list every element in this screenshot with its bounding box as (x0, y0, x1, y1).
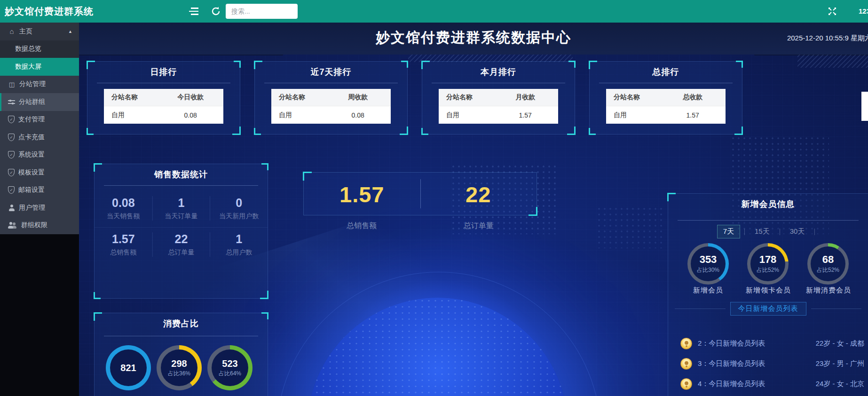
corner-bracket (94, 292, 101, 299)
card-title: 总排行 (590, 66, 742, 78)
stat-total-sales: 1.57总销售额 (95, 232, 152, 257)
table-row: 自用0.08 (271, 106, 391, 124)
sidebar-item-payment-management[interactable]: 支付管理 (0, 111, 79, 129)
username[interactable]: 123 (859, 0, 868, 23)
daily-ranking-card: 日排行 分站名称今日收款 自用0.08 (87, 61, 240, 135)
consumption-donut-chart: 821 (106, 345, 151, 390)
donut-label: 新增会员 (678, 286, 739, 295)
divider (811, 309, 862, 309)
total-ranking-card: 总排行 分站名称总收款 自用1.57 (589, 61, 742, 135)
table-row: 自用1.57 (606, 106, 726, 124)
globe-decoration (307, 298, 568, 396)
corner-bracket (254, 128, 261, 135)
panel-title: 销售数据统计 (95, 169, 268, 180)
globe-ring-decoration (276, 272, 601, 396)
table-row: 自用0.08 (104, 106, 223, 124)
member-bulb-icon (680, 358, 692, 370)
dashboard: 妙文馆付费进群系统数据中心 2025-12-20 10:55:9 星期六 日排行… (79, 23, 868, 396)
sidebar-item-email-settings[interactable]: 邮箱设置 (0, 182, 79, 199)
home-icon: ⌂ (8, 27, 16, 35)
tab-30-days[interactable]: 30天 (784, 225, 811, 238)
weekly-ranking-card: 近7天排行 分站名称周收款 自用0.08 (254, 61, 408, 135)
sidebar-item-substation-management[interactable]: ◫ 分站管理 (0, 76, 79, 94)
app-title: 妙文馆付费进群系统 (5, 0, 94, 23)
datetime: 2025-12-20 10:55:9 星期六 (787, 34, 868, 43)
globe-glow-decoration (262, 244, 620, 396)
dots-decoration (596, 206, 662, 248)
user-icon (8, 205, 15, 211)
divider (744, 229, 745, 235)
new-members-donut-chart: 353占比30% (687, 243, 729, 285)
ranking-table: 分站名称周收款 自用0.08 (271, 89, 391, 124)
sidebar-item-group-permissions[interactable]: 群组权限 (0, 217, 79, 235)
table-row: 自用1.57 (439, 106, 558, 124)
total-sales-value: 1.57 (339, 182, 384, 207)
sidebar-item-data-screen[interactable]: 数据大屏 (0, 58, 79, 76)
sliders-icon (8, 99, 15, 105)
ranking-table: 分站名称总收款 自用1.57 (606, 89, 726, 124)
consumption-ratio-panel: 消费占比 821 298占比36% 523占比64% (94, 313, 268, 396)
ranking-table: 分站名称今日收款 自用0.08 (104, 89, 223, 124)
sidebar: ⌂ 主页 ▲ 数据总览 数据大屏 ◫ 分站管理 分站群组 支付管理 点卡充值 系… (0, 23, 79, 396)
new-members-panel: 新增会员信息 7天 15天 30天 353占比30% 178占比52% 68占比… (668, 193, 868, 396)
today-new-members-button[interactable]: 今日新增会员列表 (730, 302, 806, 316)
ranking-table: 分站名称月收款 自用1.57 (439, 89, 558, 124)
partial-card-table (861, 92, 868, 121)
menu-list-icon[interactable] (189, 8, 198, 15)
member-bulb-icon (680, 338, 692, 349)
sales-stats-grid: 0.08当天销售额 1当天订单量 0当天新用户数 1.57总销售额 22总订单量… (95, 191, 268, 263)
fullscreen-icon[interactable] (828, 7, 837, 16)
panel-title: 消费占比 (95, 318, 268, 329)
sales-stats-panel: 销售数据统计 0.08当天销售额 1当天订单量 0当天新用户数 1.57总销售额… (94, 164, 268, 299)
divider (780, 229, 780, 235)
member-list-item[interactable]: 3：今日新增会员列表 23岁 - 男 - 广州 (680, 356, 864, 371)
member-bulb-icon (680, 378, 692, 390)
member-list-item[interactable]: 2：今日新增会员列表 22岁 - 女 - 成都 (680, 336, 864, 350)
panel-title: 新增会员信息 (668, 198, 868, 210)
tab-7-days[interactable]: 7天 (717, 225, 740, 238)
donut-label: 新增消费会员 (798, 286, 859, 295)
total-orders-label: 总订单量 (420, 221, 537, 231)
search-input[interactable] (226, 4, 298, 19)
refresh-icon[interactable] (211, 6, 221, 16)
sidebar-item-system-settings[interactable]: 系统设置 (0, 146, 79, 164)
stat-today-sales: 0.08当天销售额 (95, 196, 152, 221)
users-icon (8, 222, 17, 229)
divider (675, 309, 726, 309)
monthly-ranking-card: 本月排行 分站名称月收款 自用1.57 (422, 61, 575, 135)
sidebar-item-home[interactable]: ⌂ 主页 ▲ (0, 23, 79, 40)
sidebar-item-substation-groups[interactable]: 分站群组 (0, 93, 79, 111)
consumption-donut-chart: 298占比36% (157, 345, 202, 390)
shield-check-icon (8, 116, 15, 123)
sidebar-item-card-recharge[interactable]: 点卡充值 (0, 128, 79, 146)
shield-check-icon (8, 151, 15, 158)
donut-label: 新增领卡会员 (738, 286, 799, 295)
stat-today-orders: 1当天订单量 (152, 196, 210, 221)
sidebar-item-user-management[interactable]: 用户管理 (0, 199, 79, 217)
shield-check-icon (8, 169, 15, 176)
sidebar-item-template-settings[interactable]: 模板设置 (0, 164, 79, 182)
member-list-header: 今日新增会员列表 (675, 302, 861, 316)
divider (814, 229, 815, 235)
dashboard-title: 妙文馆付费进群系统数据中心 (79, 23, 868, 53)
totals-panel: 1.57 22 总销售额 总订单量 (303, 172, 537, 238)
tab-15-days[interactable]: 15天 (749, 225, 775, 238)
stat-total-orders: 22总订单量 (152, 232, 210, 257)
corner-bracket (589, 128, 596, 135)
consuming-members-donut-chart: 68占比52% (807, 243, 849, 285)
topbar: 妙文馆付费进群系统 123 (0, 0, 868, 23)
card-members-donut-chart: 178占比52% (747, 243, 789, 285)
member-list-item[interactable]: 4：今日新增会员列表 24岁 - 女 - 北京 (680, 377, 864, 391)
corner-bracket (87, 128, 94, 135)
total-sales-label: 总销售额 (303, 221, 420, 231)
corner-bracket (421, 128, 428, 135)
consumption-donut-chart: 523占比64% (207, 345, 253, 390)
app-root: 妙文馆付费进群系统 123 ⌂ 主页 ▲ 数据总览 数据大屏 ◫ 分站管理 (0, 0, 868, 396)
stat-today-new-users: 0当天新用户数 (210, 196, 268, 221)
stat-total-users: 1总用户数 (210, 232, 268, 257)
shield-check-icon (8, 134, 15, 141)
totals-box: 1.57 22 (303, 172, 537, 215)
dashboard-header: 妙文馆付费进群系统数据中心 2025-12-20 10:55:9 星期六 (79, 23, 868, 55)
period-tabs: 7天 15天 30天 (668, 225, 868, 238)
sidebar-item-data-overview[interactable]: 数据总览 (0, 40, 79, 58)
